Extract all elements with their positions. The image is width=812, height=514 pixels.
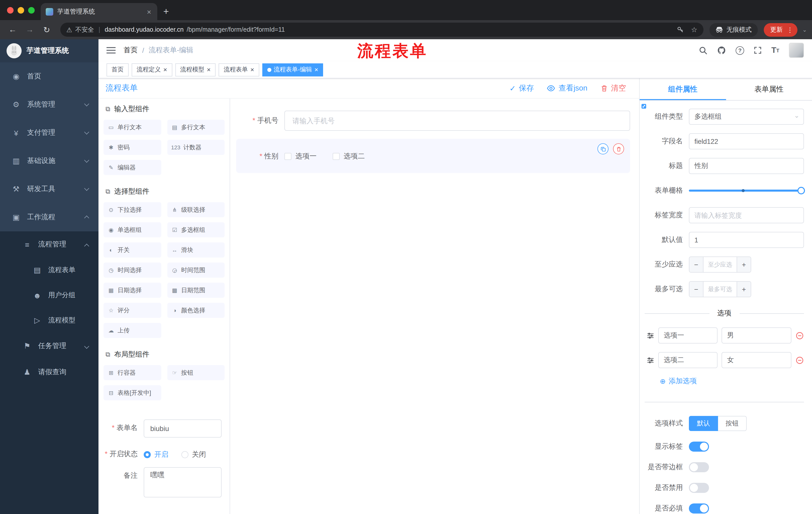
decrease-button[interactable]: − xyxy=(689,257,703,272)
tag-home[interactable]: 首页 xyxy=(107,63,128,76)
remove-option-icon[interactable] xyxy=(795,356,804,364)
sidebar-item-system[interactable]: ⚙系统管理 xyxy=(0,90,98,119)
sidebar-item-user-group[interactable]: ☻用户分组 xyxy=(0,283,98,308)
user-avatar[interactable] xyxy=(789,43,804,58)
browser-update-button[interactable]: 更新 ⋮ xyxy=(764,23,798,36)
forward-icon[interactable]: → xyxy=(22,25,37,34)
tag-close-icon[interactable]: × xyxy=(250,66,254,73)
toolbar-caret-icon[interactable]: ⌄ xyxy=(803,26,807,33)
component-type-value[interactable] xyxy=(689,109,804,125)
sidebar-item-payment[interactable]: ¥支付管理 xyxy=(0,119,98,147)
radio-status-on[interactable]: 开启 xyxy=(144,450,168,459)
field-name-input[interactable] xyxy=(689,133,804,150)
default-value-input[interactable] xyxy=(689,232,804,248)
component-type-select[interactable]: ⌄ xyxy=(689,109,804,125)
sidebar-item-devtools[interactable]: ⚒研发工具 xyxy=(0,175,98,203)
tag-process-definition[interactable]: 流程定义× xyxy=(132,63,172,76)
tab-close-icon[interactable]: × xyxy=(146,8,152,15)
style-default-button[interactable]: 默认 xyxy=(689,416,718,431)
palette-item-select[interactable]: ⊙下拉选择 xyxy=(104,202,161,217)
title-input[interactable] xyxy=(689,158,804,174)
save-button[interactable]: ✓保存 xyxy=(510,83,534,93)
close-window-button[interactable] xyxy=(7,7,13,13)
field-gender[interactable]: 性别 选项一 选项二 xyxy=(236,152,630,161)
tab-component-props[interactable]: 组件属性 xyxy=(640,78,726,100)
required-toggle[interactable] xyxy=(689,504,709,514)
tag-close-icon[interactable]: × xyxy=(207,66,210,73)
palette-item-date-range[interactable]: ▩日期范围 xyxy=(167,283,225,298)
tag-close-icon[interactable]: × xyxy=(315,66,318,73)
bookmark-star-icon[interactable]: ☆ xyxy=(691,26,697,34)
grid-slider[interactable] xyxy=(689,183,804,199)
palette-item-textarea[interactable]: ▤多行文本 xyxy=(167,120,225,135)
palette-item-rate[interactable]: ☆评分 xyxy=(104,303,161,318)
search-icon[interactable] xyxy=(699,46,707,55)
palette-item-single-text[interactable]: ▭单行文本 xyxy=(104,120,161,135)
design-canvas[interactable]: 手机号 性别 选项一 选项二 xyxy=(230,99,639,514)
increase-button[interactable]: + xyxy=(736,282,751,297)
tag-close-icon[interactable]: × xyxy=(163,66,167,73)
phone-input[interactable] xyxy=(284,111,630,131)
palette-item-time-picker[interactable]: ◷时间选择 xyxy=(104,263,161,278)
drag-handle-icon[interactable] xyxy=(647,356,654,364)
palette-item-upload[interactable]: ☁上传 xyxy=(104,323,161,338)
label-width-input[interactable] xyxy=(689,207,804,223)
fullscreen-icon[interactable] xyxy=(754,46,762,54)
checkbox-icon[interactable] xyxy=(332,153,340,160)
palette-item-date-picker[interactable]: ▦日期选择 xyxy=(104,283,161,298)
hamburger-icon[interactable] xyxy=(107,46,116,54)
new-tab-button[interactable]: + xyxy=(163,6,169,16)
disabled-toggle[interactable] xyxy=(689,483,709,493)
field-phone[interactable]: 手机号 xyxy=(236,111,630,131)
tag-process-form[interactable]: 流程表单× xyxy=(219,63,259,76)
app-logo[interactable]: 芋道管理系统 xyxy=(0,39,98,62)
tab-form-props[interactable]: 表单属性 xyxy=(726,78,812,100)
palette-item-time-range[interactable]: ◶时间范围 xyxy=(167,263,225,278)
palette-item-checkbox-group[interactable]: ☑多选框组 xyxy=(167,222,225,237)
maximize-window-button[interactable] xyxy=(28,7,35,13)
radio-status-off[interactable]: 关闭 xyxy=(181,450,206,459)
palette-item-row-container[interactable]: ⊞行容器 xyxy=(104,365,161,380)
sidebar-item-process-model[interactable]: ▷流程模型 xyxy=(0,308,98,333)
option-value-input[interactable] xyxy=(722,352,791,368)
form-remark-textarea[interactable]: 嘿嘿 xyxy=(144,467,222,497)
sidebar-item-process-form[interactable]: ▤流程表单 xyxy=(0,258,98,283)
checkbox-icon[interactable] xyxy=(284,153,291,160)
option-label-input[interactable] xyxy=(658,352,718,368)
remove-option-icon[interactable] xyxy=(795,331,804,340)
palette-item-editor[interactable]: ✎编辑器 xyxy=(104,160,161,175)
tag-process-model[interactable]: 流程模型× xyxy=(175,63,215,76)
form-name-input[interactable] xyxy=(144,420,222,437)
github-icon[interactable] xyxy=(717,46,726,55)
address-bar[interactable]: ⚠ 不安全 | dashboard.yudao.iocoder.cn /bpm/… xyxy=(60,23,703,37)
add-option-button[interactable]: ⊕添加选项 xyxy=(645,377,804,386)
palette-item-switch[interactable]: ◐开关 xyxy=(104,242,161,258)
border-toggle[interactable] xyxy=(689,462,709,472)
slider-handle[interactable] xyxy=(798,187,805,194)
checkbox-option-1[interactable]: 选项一 xyxy=(284,152,317,161)
duplicate-field-button[interactable] xyxy=(598,143,609,154)
sidebar-item-task-management[interactable]: ⚑任务管理 xyxy=(0,333,98,359)
decrease-button[interactable]: − xyxy=(689,282,703,297)
tag-process-form-edit[interactable]: 流程表单-编辑× xyxy=(262,63,323,76)
palette-item-cascader[interactable]: ⋔级联选择 xyxy=(167,202,225,217)
help-icon[interactable]: ? xyxy=(736,46,744,55)
breadcrumb-home[interactable]: 首页 xyxy=(124,46,138,55)
view-json-button[interactable]: 查看json xyxy=(547,83,587,93)
checkbox-option-2[interactable]: 选项二 xyxy=(332,152,365,161)
sidebar-item-leave-query[interactable]: ♟请假查询 xyxy=(0,359,98,385)
back-icon[interactable]: ← xyxy=(5,25,20,34)
max-checked-value[interactable]: 最多可选 xyxy=(703,282,736,297)
palette-item-table[interactable]: ⊟表格[开发中] xyxy=(104,385,161,400)
sidebar-item-infrastructure[interactable]: ▥基础设施 xyxy=(0,147,98,175)
clear-button[interactable]: 清空 xyxy=(601,83,626,93)
palette-item-button[interactable]: ☞按钮 xyxy=(167,365,225,380)
password-key-icon[interactable] xyxy=(677,26,684,33)
browser-tab[interactable]: 芋道管理系统 × xyxy=(41,3,157,20)
sidebar-item-home[interactable]: ◉首页 xyxy=(0,62,98,90)
browser-menu-icon[interactable]: ⋮ xyxy=(787,26,793,33)
selected-field-gender[interactable]: 性别 选项一 选项二 xyxy=(236,139,630,173)
min-checked-value[interactable]: 至少应选 xyxy=(703,257,736,272)
sidebar-item-process-management[interactable]: ≡流程管理 xyxy=(0,231,98,258)
link-icon[interactable] xyxy=(641,104,649,114)
